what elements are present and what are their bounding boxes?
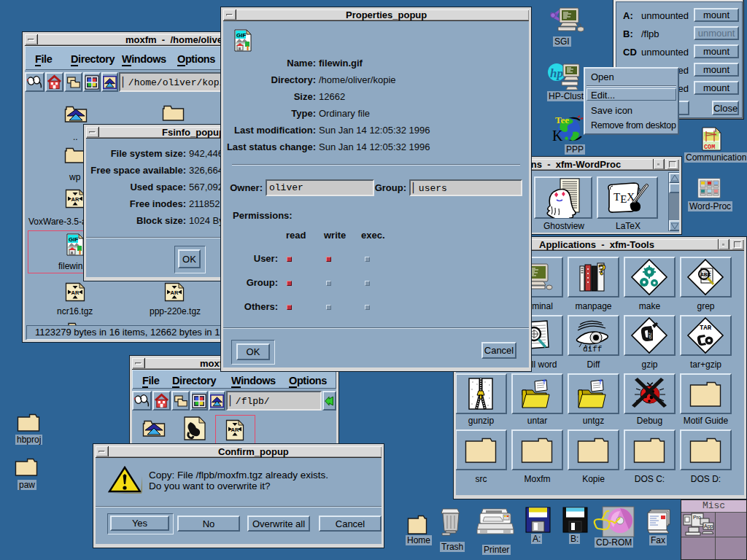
svg-text:Tee: Tee <box>555 114 569 125</box>
svg-text:AR: AR <box>231 427 239 433</box>
svg-text:COM: COM <box>704 144 715 151</box>
svg-text:AR: AR <box>71 196 80 203</box>
svg-text:GIF: GIF <box>236 32 246 39</box>
svg-text:Pro: Pro <box>693 515 701 520</box>
svg-text:AR: AR <box>171 289 179 296</box>
svg-text:hp: hp <box>550 66 563 80</box>
svg-text:K: K <box>552 128 563 144</box>
svg-text:diff: diff <box>583 345 602 352</box>
svg-text:ABC: ABC <box>700 272 711 277</box>
svg-text:App: App <box>704 524 713 529</box>
svg-text:AR: AR <box>71 289 80 296</box>
svg-text:ZIP: ZIP <box>648 332 652 339</box>
svg-text:GIF: GIF <box>69 236 78 243</box>
svg-text:?: ? <box>598 260 606 279</box>
svg-text:TAR: TAR <box>700 324 712 332</box>
